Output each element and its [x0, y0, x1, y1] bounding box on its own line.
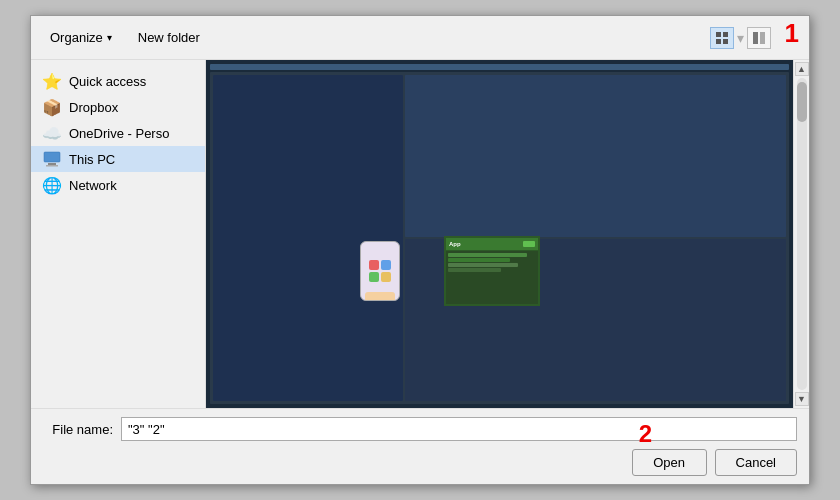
scroll-up-button[interactable]: ▲	[795, 62, 809, 76]
number-badge-2: 2	[639, 420, 652, 448]
sidebar-item-onedrive[interactable]: ☁️ OneDrive - Perso	[31, 120, 205, 146]
organize-button[interactable]: Organize ▾	[41, 26, 121, 49]
file-area[interactable]: [Vietsub+Kara] I Wanna Grow Old With You…	[206, 60, 793, 408]
svg-rect-7	[48, 163, 56, 165]
svg-rect-3	[723, 39, 728, 44]
onedrive-label: OneDrive - Perso	[69, 126, 169, 141]
app4-thumbnail	[220, 236, 316, 306]
scroll-track	[797, 78, 807, 390]
organize-chevron-icon: ▾	[107, 32, 112, 43]
onedrive-icon: ☁️	[43, 124, 61, 142]
main-content: ⭐ Quick access 📦 Dropbox ☁️ OneDrive - P…	[31, 60, 809, 408]
svg-rect-6	[44, 152, 60, 162]
cancel-button[interactable]: Cancel	[715, 449, 797, 476]
svg-rect-4	[753, 32, 758, 44]
scroll-thumb[interactable]	[797, 82, 807, 122]
scrollbar: ▲ ▼	[793, 60, 809, 408]
scroll-down-button[interactable]: ▼	[795, 392, 809, 406]
quick-access-label: Quick access	[69, 74, 146, 89]
sidebar-item-quick-access[interactable]: ⭐ Quick access	[31, 68, 205, 94]
quick-access-icon: ⭐	[43, 72, 61, 90]
dropbox-label: Dropbox	[69, 100, 118, 115]
filename-row: File name:	[43, 417, 797, 441]
view-buttons: ▾	[710, 27, 771, 49]
sidebar: ⭐ Quick access 📦 Dropbox ☁️ OneDrive - P…	[31, 60, 206, 408]
this-pc-label: This PC	[69, 152, 115, 167]
svg-rect-1	[723, 32, 728, 37]
bottom-bar: File name: 2 Open Cancel	[31, 408, 809, 484]
number-badge-1: 1	[785, 18, 799, 48]
file-item-app4[interactable]: 4	[218, 232, 318, 330]
new-folder-button[interactable]: New folder	[129, 26, 209, 49]
sidebar-item-this-pc[interactable]: This PC	[31, 146, 205, 172]
new-folder-label: New folder	[138, 30, 200, 45]
view-pane-button[interactable]	[747, 27, 771, 49]
view-separator: ▾	[737, 30, 744, 46]
organize-label: Organize	[50, 30, 103, 45]
svg-rect-2	[716, 39, 721, 44]
sidebar-item-network[interactable]: 🌐 Network	[31, 172, 205, 198]
open-button[interactable]: Open	[632, 449, 707, 476]
app6-thumbnail: App	[444, 236, 540, 306]
toolbar: Organize ▾ New folder ▾ 1	[31, 16, 809, 60]
filename-label: File name:	[43, 422, 113, 437]
file-grid-row2: 4	[218, 232, 781, 330]
network-icon: 🌐	[43, 176, 61, 194]
svg-rect-8	[46, 165, 58, 167]
this-pc-icon	[43, 150, 61, 168]
filename-input[interactable]	[121, 417, 797, 441]
svg-rect-0	[716, 32, 721, 37]
svg-rect-5	[760, 32, 765, 44]
dropbox-icon: 📦	[43, 98, 61, 116]
sidebar-item-dropbox[interactable]: 📦 Dropbox	[31, 94, 205, 120]
bottom-buttons: 2 Open Cancel	[43, 449, 797, 476]
view-large-icons-button[interactable]	[710, 27, 734, 49]
file-open-dialog: Organize ▾ New folder ▾ 1 ⭐ Quick access	[30, 15, 810, 485]
network-label: Network	[69, 178, 117, 193]
